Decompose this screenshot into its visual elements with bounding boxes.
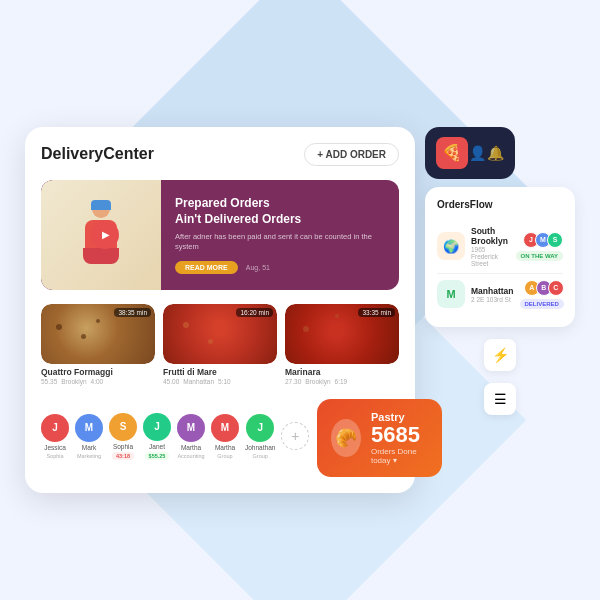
- staff-avatar-0: J: [41, 414, 69, 442]
- food-item-1[interactable]: 16:20 min Frutti di Mare 45.00 Manhattan…: [163, 304, 277, 385]
- staff-avatar-5: M: [211, 414, 239, 442]
- food-item-0[interactable]: 38:35 min Quattro Formaggi 55.35 Brookly…: [41, 304, 155, 385]
- food-item-2[interactable]: 33:35 min Marinara 27.30 Brooklyn 6:19: [285, 304, 399, 385]
- staff-name-3: Janet: [149, 443, 165, 450]
- food-price-0: 55.35: [41, 378, 57, 385]
- order-status-0: ON THE WAY: [516, 251, 563, 261]
- pastry-info: Pastry 5685 Orders Done today ▾: [371, 411, 428, 465]
- staff-avatar-6: J: [246, 414, 274, 442]
- figure-skirt: [83, 248, 119, 264]
- staff-role-4: Accounting: [177, 453, 204, 459]
- staff-name-4: Martha: [181, 444, 201, 451]
- food-location-0: Brooklyn: [61, 378, 86, 385]
- staff-add-button[interactable]: +: [281, 422, 309, 450]
- filter-icon-btn[interactable]: ⚡: [484, 339, 516, 371]
- food-time-1: 5:10: [218, 378, 231, 385]
- staff-avatar-1: M: [75, 414, 103, 442]
- banner: Prepared Orders Ain't Delivered Orders A…: [41, 180, 399, 290]
- food-name-2: Marinara: [285, 367, 399, 377]
- pastry-sub: Orders Done today ▾: [371, 447, 428, 465]
- staff-badge-green-0: $55.25: [145, 452, 170, 460]
- order-item-1[interactable]: M Manhattan 2 2E 103rd St A B C DELIVERE…: [437, 274, 563, 315]
- order-addr-0: 1965 Frederick Street: [471, 246, 510, 267]
- staff-item-2: S Sophia 43:18: [109, 413, 137, 460]
- staff-item-3: J Janet $55.25: [143, 413, 171, 460]
- pastry-period[interactable]: today ▾: [371, 456, 397, 465]
- header: DeliveryCenter + ADD ORDER: [41, 143, 399, 166]
- play-button[interactable]: [91, 221, 119, 249]
- food-location-1: Manhattan: [183, 378, 214, 385]
- bell-icon[interactable]: 🔔: [487, 145, 504, 161]
- read-more-button[interactable]: READ MORE: [175, 261, 238, 274]
- banner-title-line2: Ain't Delivered Orders: [175, 212, 301, 226]
- staff-row: J Jessica Sophia M Mark Marketing S Soph…: [41, 413, 309, 464]
- food-price-2: 27.30: [285, 378, 301, 385]
- staff-name-1: Mark: [82, 444, 96, 451]
- staff-item-6: J Johnathan Group: [245, 414, 275, 459]
- staff-avatar-4: M: [177, 414, 205, 442]
- order-icon-0: 🌍: [437, 232, 465, 260]
- staff-name-6: Johnathan: [245, 444, 275, 451]
- staff-item-0: J Jessica Sophia: [41, 414, 69, 459]
- order-info-0: South Brooklyn 1965 Frederick Street: [471, 226, 510, 267]
- banner-illustration: [41, 180, 161, 290]
- order-avatars-1: A B C: [528, 280, 564, 296]
- food-meta-1: 45.00 Manhattan 5:10: [163, 378, 277, 385]
- staff-avatar-3: J: [143, 413, 171, 441]
- staff-role-0: Sophia: [46, 453, 63, 459]
- order-status-1: DELIVERED: [520, 299, 564, 309]
- figure-turban: [91, 200, 111, 210]
- food-name-0: Quattro Formaggi: [41, 367, 155, 377]
- food-row: 38:35 min Quattro Formaggi 55.35 Brookly…: [41, 304, 399, 385]
- staff-item-1: M Mark Marketing: [75, 414, 103, 459]
- order-info-1: Manhattan 2 2E 103rd St: [471, 286, 514, 303]
- staff-role-1: Marketing: [77, 453, 101, 459]
- user-icon[interactable]: 👤: [469, 145, 486, 161]
- staff-role-5: Group: [217, 453, 232, 459]
- order-item-0[interactable]: 🌍 South Brooklyn 1965 Frederick Street J…: [437, 220, 563, 274]
- sidebar-top: 🍕 👤 🔔: [425, 127, 515, 179]
- side-icons: ⚡ ☰: [425, 339, 575, 415]
- food-image-1: 16:20 min: [163, 304, 277, 364]
- bottom-row: J Jessica Sophia M Mark Marketing S Soph…: [41, 399, 399, 477]
- staff-item-5: M Martha Group: [211, 414, 239, 459]
- orders-flow-title: OrdersFlow: [437, 199, 563, 210]
- food-badge-0: 38:35 min: [114, 308, 151, 317]
- food-name-1: Frutti di Mare: [163, 367, 277, 377]
- staff-badge-red-0: 43:18: [112, 452, 134, 460]
- food-badge-1: 16:20 min: [236, 308, 273, 317]
- food-time-2: 6:19: [335, 378, 348, 385]
- add-order-button[interactable]: + ADD ORDER: [304, 143, 399, 166]
- sidebar: 🍕 👤 🔔 OrdersFlow 🌍 South Brooklyn 1965 F…: [425, 127, 575, 415]
- staff-name-5: Martha: [215, 444, 235, 451]
- staff-name-2: Sophia: [113, 443, 133, 450]
- order-name-1: Manhattan: [471, 286, 514, 296]
- staff-item-4: M Martha Accounting: [177, 414, 205, 459]
- order-avatars-0: J M S: [527, 232, 563, 248]
- orders-flow-card: OrdersFlow 🌍 South Brooklyn 1965 Frederi…: [425, 187, 575, 327]
- add-order-label: + ADD ORDER: [317, 149, 386, 160]
- mini-avatar-0c: S: [547, 232, 563, 248]
- logo-text-light: Delivery: [41, 145, 103, 162]
- food-meta-0: 55.35 Brooklyn 4:00: [41, 378, 155, 385]
- mini-avatar-1c: C: [548, 280, 564, 296]
- order-icon-1: M: [437, 280, 465, 308]
- food-image-2: 33:35 min: [285, 304, 399, 364]
- banner-title: Prepared Orders Ain't Delivered Orders: [175, 196, 385, 227]
- banner-title-line1: Prepared Orders: [175, 196, 270, 210]
- list-icon-btn[interactable]: ☰: [484, 383, 516, 415]
- food-time-0: 4:00: [91, 378, 104, 385]
- sidebar-avatar: 🍕: [436, 137, 468, 169]
- pastry-card: 🥐 Pastry 5685 Orders Done today ▾: [317, 399, 442, 477]
- logo-text-bold: Center: [103, 145, 154, 162]
- banner-content: Prepared Orders Ain't Delivered Orders A…: [161, 186, 399, 283]
- banner-description: After adner has been paid and sent it ca…: [175, 232, 385, 253]
- logo: DeliveryCenter: [41, 145, 154, 163]
- food-badge-2: 33:35 min: [358, 308, 395, 317]
- staff-avatar-2: S: [109, 413, 137, 441]
- order-name-0: South Brooklyn: [471, 226, 510, 246]
- food-meta-2: 27.30 Brooklyn 6:19: [285, 378, 399, 385]
- banner-footer: READ MORE Aug, 51: [175, 261, 385, 274]
- order-addr-1: 2 2E 103rd St: [471, 296, 514, 303]
- food-image-0: 38:35 min: [41, 304, 155, 364]
